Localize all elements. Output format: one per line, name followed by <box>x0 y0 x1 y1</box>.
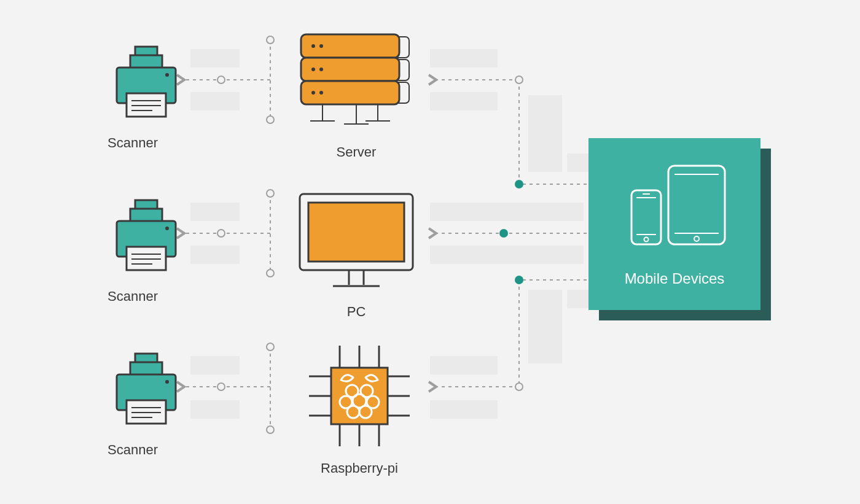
svg-point-25 <box>515 383 523 390</box>
svg-rect-55 <box>301 58 399 81</box>
svg-rect-56 <box>301 81 399 104</box>
svg-point-61 <box>311 91 315 95</box>
svg-point-57 <box>311 44 315 48</box>
server-icon <box>289 32 424 136</box>
svg-point-9 <box>217 230 225 237</box>
placeholder-block <box>190 49 240 68</box>
mobile-devices-label: Mobile Devices <box>625 270 725 287</box>
pc-label: PC <box>295 304 418 320</box>
rpi-label: Raspberry-pi <box>298 460 421 476</box>
svg-point-11 <box>267 343 274 351</box>
svg-point-39 <box>165 227 169 230</box>
raspberry-pi-icon <box>304 341 415 451</box>
svg-rect-94 <box>668 166 725 244</box>
placeholder-block <box>430 203 584 221</box>
placeholder-block <box>190 400 240 419</box>
scanner-label: Scanner <box>71 135 194 151</box>
svg-point-60 <box>319 68 323 71</box>
placeholder-block <box>430 400 498 419</box>
svg-point-6 <box>267 190 274 197</box>
svg-rect-54 <box>301 34 399 58</box>
connector-mobile-pc <box>436 229 587 238</box>
printer-icon <box>109 196 183 276</box>
svg-point-18 <box>515 76 523 83</box>
mobile-devices-node: Mobile Devices <box>588 138 760 310</box>
svg-rect-70 <box>308 203 404 262</box>
placeholder-block <box>430 92 498 110</box>
placeholder-block <box>430 246 584 264</box>
svg-point-19 <box>515 180 523 188</box>
placeholder-block <box>190 92 240 110</box>
placeholder-block <box>528 290 562 308</box>
scanner-label: Scanner <box>71 289 194 304</box>
svg-point-47 <box>165 380 169 384</box>
svg-rect-86 <box>331 368 388 424</box>
svg-rect-98 <box>631 190 661 244</box>
mobile-devices-icon <box>619 161 730 253</box>
placeholder-block <box>190 246 240 264</box>
svg-point-12 <box>267 426 274 433</box>
scanner-label: Scanner <box>71 442 194 458</box>
svg-point-4 <box>217 76 225 83</box>
pc-icon <box>295 189 418 293</box>
svg-point-58 <box>319 44 323 48</box>
svg-point-102 <box>644 238 649 242</box>
svg-point-2 <box>267 116 274 123</box>
svg-point-21 <box>499 229 508 238</box>
svg-point-7 <box>267 269 274 277</box>
printer-icon <box>109 350 183 430</box>
placeholder-block <box>430 356 498 374</box>
printer-icon <box>109 43 183 123</box>
svg-point-97 <box>694 236 699 241</box>
placeholder-block <box>190 203 240 221</box>
placeholder-block <box>430 49 498 68</box>
svg-point-31 <box>165 73 169 77</box>
svg-point-62 <box>319 91 323 95</box>
svg-point-26 <box>515 276 523 284</box>
placeholder-block <box>190 356 240 374</box>
placeholder-block <box>528 153 562 172</box>
svg-point-59 <box>311 68 315 71</box>
svg-point-14 <box>217 383 225 390</box>
server-label: Server <box>295 144 418 160</box>
svg-point-1 <box>267 36 274 44</box>
